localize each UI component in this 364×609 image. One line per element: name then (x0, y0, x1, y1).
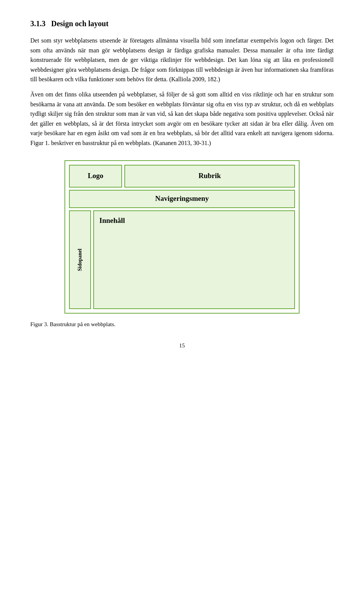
figure-caption: Figur 3. Basstruktur på en webbplats. (30, 320, 334, 329)
section-title: Design och layout (51, 19, 108, 28)
figure-diagram: Logo Rubrik Navigeringsmeny Sidopanel In… (64, 160, 300, 314)
page-content: 3.1.3 Design och layout Det som styr web… (0, 0, 364, 368)
section-heading: 3.1.3 Design och layout (30, 18, 334, 29)
figure-rubrik-box: Rubrik (124, 165, 295, 188)
figure-content-box: Innehåll (93, 210, 295, 309)
figure-header-row: Logo Rubrik (69, 165, 295, 188)
paragraph-1: Det som styr webbplatsens utseende är fö… (30, 36, 334, 84)
figure-nav-box: Navigeringsmeny (69, 190, 295, 208)
figure-logo-box: Logo (69, 165, 122, 188)
page-number: 15 (30, 341, 334, 350)
section-title-spacer (47, 19, 49, 28)
paragraph-2: Även om det finns olika utseenden på web… (30, 90, 334, 148)
figure-body-row: Sidopanel Innehåll (69, 210, 295, 309)
section-number: 3.1.3 (30, 19, 46, 28)
figure-sidopanel-box: Sidopanel (69, 210, 91, 309)
